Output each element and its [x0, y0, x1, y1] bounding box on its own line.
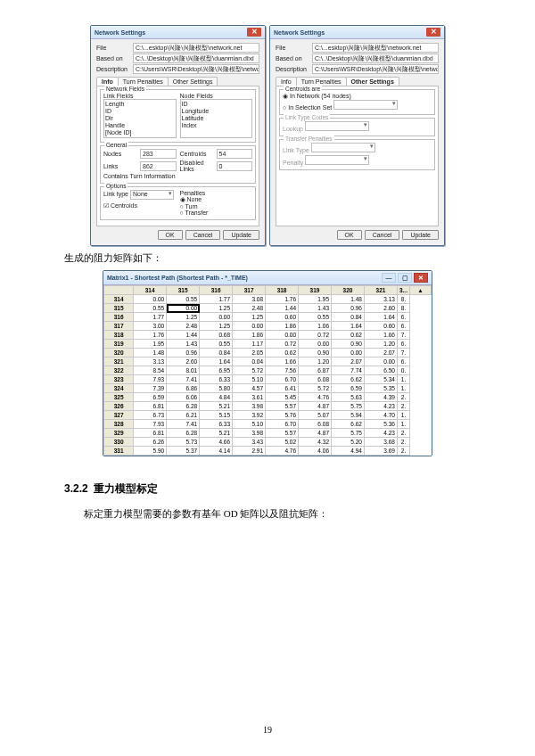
update-button[interactable]: Update	[223, 230, 259, 240]
penalty-none-radio[interactable]: None	[180, 196, 253, 203]
close-icon[interactable]: ✕	[426, 28, 440, 37]
maximize-icon[interactable]: ▢	[398, 273, 412, 283]
close-icon[interactable]: ✕	[247, 28, 261, 37]
tp-penalty-dropdown	[305, 155, 369, 165]
label: Based on	[96, 55, 130, 62]
cancel-button[interactable]: Cancel	[365, 230, 400, 240]
tab-info[interactable]: Info	[276, 77, 297, 86]
link-type-codes-fieldset: Lookup	[279, 118, 435, 136]
section-heading: 3.2.2 重力模型标定	[64, 481, 471, 497]
cancel-button[interactable]: Cancel	[185, 230, 221, 240]
matrix-table[interactable]: 3143153163173183193203213...▲3140.000.55…	[103, 285, 432, 456]
general-fieldset: Nodes283 Centroids54 Links862 Disabled L…	[100, 145, 256, 184]
tab-info[interactable]: Info	[96, 77, 119, 86]
network-settings-dialog-left: Network Settings ✕ File C:\...esktop\兴隆\…	[90, 25, 266, 246]
file-path-field: C:\...esktop\兴隆\兴隆模型\network.net	[312, 43, 439, 53]
tp-link-type-dropdown	[311, 143, 375, 152]
transfer-penalties-fieldset: Link Type Penalty	[279, 139, 435, 170]
description-field: C:\Users\WSR\Desktop\兴隆\兴隆模型\network.net	[133, 64, 259, 74]
tab-turn-penalties[interactable]: Turn Penalties	[296, 77, 347, 86]
link-fields-list[interactable]: Length ID Dir Handle [Node ID]	[103, 99, 177, 138]
page-number: 19	[0, 725, 535, 735]
links-value: 862	[140, 161, 177, 171]
link-type-dropdown[interactable]: None	[130, 190, 174, 200]
contains-turn-info: Contains Turn Information	[103, 173, 252, 179]
network-fields-fieldset: Link Fields Length ID Dir Handle [Node I…	[100, 89, 256, 143]
penalty-turn-radio[interactable]: Turn	[180, 203, 253, 210]
window-title: Network Settings	[95, 29, 145, 36]
description-field: C:\Users\WSR\Desktop\兴隆\兴隆模型\network.net	[312, 64, 439, 74]
centroids-value: 54	[217, 149, 253, 159]
lookup-dropdown	[305, 121, 369, 131]
tab-turn-penalties[interactable]: Turn Penalties	[118, 77, 169, 86]
label: File	[96, 45, 130, 51]
ok-button[interactable]: OK	[158, 230, 183, 240]
node-fields-list[interactable]: ID Longitude Latitude Index	[180, 99, 253, 138]
label: Description	[96, 66, 130, 72]
paragraph: 标定重力模型需要的参数有基年 OD 矩阵以及阻抗矩阵：	[64, 507, 471, 521]
column-header: Link Fields	[103, 93, 177, 99]
based-on-field: C:\..\Desktop\兴隆\兴隆模型\duanmian.dbd	[312, 53, 439, 63]
options-fieldset: Link type None Centroids Penalties None …	[100, 186, 256, 220]
minimize-icon[interactable]: —	[382, 273, 396, 283]
centroids-in-selection-radio[interactable]: In Selection Set	[283, 100, 432, 111]
centroids-fieldset: In Network (54 nodes) In Selection Set	[279, 89, 435, 115]
close-icon[interactable]: ✕	[414, 273, 428, 283]
file-path-field: C:\...esktop\兴隆\兴隆模型\network.net	[133, 43, 259, 53]
selection-set-dropdown[interactable]	[333, 100, 398, 110]
tab-other-settings[interactable]: Other Settings	[168, 77, 218, 86]
nodes-value: 283	[140, 149, 177, 159]
centroids-checkbox[interactable]: Centroids	[103, 202, 177, 210]
tab-other-settings[interactable]: Other Settings	[346, 77, 399, 86]
matrix-window-title: Matrix1 - Shortest Path (Shortest Path -…	[107, 275, 248, 281]
update-button[interactable]: Update	[402, 230, 439, 240]
disabled-links-value: 0	[217, 161, 253, 171]
window-title: Network Settings	[274, 29, 325, 36]
ok-button[interactable]: OK	[337, 230, 362, 240]
centroids-in-network-radio[interactable]: In Network (54 nodes)	[283, 93, 432, 100]
matrix-window: Matrix1 - Shortest Path (Shortest Path -…	[103, 270, 432, 456]
penalty-transfer-radio[interactable]: Transfer	[180, 210, 253, 216]
based-on-field: C:\..\Desktop\兴隆\兴隆模型\duanmian.dbd	[133, 53, 259, 63]
column-header: Node Fields	[180, 93, 253, 99]
paragraph: 生成的阻力矩阵如下：	[64, 251, 471, 265]
network-settings-dialog-right: Network Settings ✕ FileC:\...esktop\兴隆\兴…	[269, 25, 445, 246]
